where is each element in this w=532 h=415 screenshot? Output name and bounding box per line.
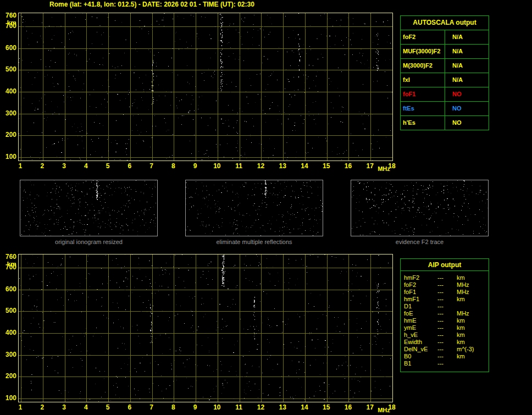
aip-param-label: h_vE xyxy=(404,331,437,339)
x-axis-label: 6 xyxy=(121,162,138,170)
autoscala-param-value: N/A xyxy=(445,30,489,44)
aip-param-label: foF1 xyxy=(404,289,437,296)
x-axis-unit-label: MHz xyxy=(378,407,390,413)
aip-param-unit: km xyxy=(457,296,489,303)
aip-param-unit: MHz xyxy=(457,310,489,317)
x-axis-label: 10 xyxy=(209,162,225,170)
y-axis-label: 200 xyxy=(1,373,16,379)
x-axis-label: 2 xyxy=(34,403,51,411)
aip-row: B0---km xyxy=(404,353,489,360)
y-axis-label: 760 xyxy=(1,12,16,19)
autoscala-row: foF2N/A xyxy=(401,30,489,44)
thumbnail-evidence-canvas xyxy=(351,180,489,236)
x-axis-label: 15 xyxy=(318,403,335,411)
aip-param-label: ymE xyxy=(404,324,437,331)
x-axis-label: 5 xyxy=(99,162,116,170)
ionogram-bottom-canvas xyxy=(18,254,393,402)
aip-param-value: --- xyxy=(437,281,457,289)
autoscala-param-value: NO xyxy=(445,116,489,130)
aip-param-label: foE xyxy=(404,310,437,317)
x-axis-unit-label: MHz xyxy=(378,165,390,172)
y-axis-label: 400 xyxy=(1,88,16,95)
x-axis-label: 16 xyxy=(340,162,356,170)
aip-param-value: --- xyxy=(437,296,457,303)
aip-param-label: D1 xyxy=(404,303,437,310)
y-axis-label: 600 xyxy=(1,45,16,51)
aip-table-rows: hmF2---kmfoF2---MHzfoF1---MHzhmF1---kmD1… xyxy=(401,271,489,372)
x-axis-label: 1 xyxy=(12,403,29,411)
autoscala-row: h'EsNO xyxy=(401,115,489,130)
aip-param-value: --- xyxy=(437,303,457,310)
autoscala-row: foF1NO xyxy=(401,87,489,101)
aip-param-value: --- xyxy=(437,289,457,296)
aip-param-label: hmF2 xyxy=(404,274,437,281)
y-axis-label: 300 xyxy=(1,351,16,358)
autoscala-row: M(3000)F2N/A xyxy=(401,58,489,73)
aip-output-table: AIP output hmF2---kmfoF2---MHzfoF1---MHz… xyxy=(400,258,489,372)
autoscala-row: fxIN/A xyxy=(401,73,489,87)
aip-param-label: B1 xyxy=(404,360,437,367)
x-axis-label: 14 xyxy=(296,162,313,170)
y-axis-label: 100 xyxy=(1,153,16,160)
x-axis-label: 17 xyxy=(362,403,378,411)
aip-row: D1--- xyxy=(404,303,489,310)
x-axis-label: 15 xyxy=(318,162,335,170)
x-axis-label: 12 xyxy=(252,162,269,170)
autoscala-screen: Rome (lat: +41.8, lon: 012.5) - DATE: 20… xyxy=(0,0,532,415)
x-axis-label: 3 xyxy=(56,162,73,170)
aip-param-unit: km xyxy=(457,353,489,360)
x-axis-label: 14 xyxy=(296,403,313,411)
aip-param-unit: km xyxy=(457,331,489,339)
aip-param-label: Ewidth xyxy=(404,339,437,346)
aip-row: hmF2---km xyxy=(404,274,489,281)
page-title: Rome (lat: +41.8, lon: 012.5) - DATE: 20… xyxy=(49,1,254,8)
aip-param-label: hmE xyxy=(404,317,437,324)
aip-param-unit: MHz xyxy=(457,289,489,296)
aip-param-unit: km xyxy=(457,324,489,331)
ionogram-plot-top: 760700600500400300200100km12345678910111… xyxy=(18,13,393,161)
thumbnail-eliminate-canvas xyxy=(185,180,323,236)
y-axis-label: 400 xyxy=(1,329,16,336)
aip-row: foF2---MHz xyxy=(404,281,489,289)
x-axis-label: 17 xyxy=(362,162,378,170)
aip-param-value: --- xyxy=(437,353,457,360)
x-axis-label: 4 xyxy=(77,162,94,170)
thumbnail-caption-evidence: evidence F2 trace xyxy=(351,239,489,245)
aip-param-value: --- xyxy=(437,310,457,317)
aip-param-value: --- xyxy=(437,346,457,353)
x-axis-label: 8 xyxy=(165,403,181,411)
aip-param-unit: km xyxy=(457,339,489,346)
ionogram-plot-bottom: 760700600500400300200100km12345678910111… xyxy=(18,254,393,402)
aip-table-title: AIP output xyxy=(401,259,489,271)
x-axis-label: 4 xyxy=(77,403,94,411)
aip-param-unit xyxy=(457,360,489,367)
y-axis-unit-label: km xyxy=(1,261,16,268)
aip-param-value: --- xyxy=(437,331,457,339)
aip-row: Ewidth---km xyxy=(404,339,489,346)
aip-row: DelN_vE---m^(-3) xyxy=(404,346,489,353)
x-axis-label: 2 xyxy=(34,162,51,170)
aip-row: h_vE---km xyxy=(404,331,489,339)
aip-param-unit: km xyxy=(457,317,489,324)
autoscala-row: MUF(3000)F2N/A xyxy=(401,44,489,58)
x-axis-label: 10 xyxy=(209,403,225,411)
aip-param-unit: MHz xyxy=(457,281,489,289)
x-axis-label: 5 xyxy=(99,403,116,411)
autoscala-param-value: N/A xyxy=(445,59,489,73)
x-axis-label: 7 xyxy=(143,162,160,170)
aip-row: foE---MHz xyxy=(404,310,489,317)
thumbnail-original-ionogram xyxy=(20,180,158,236)
aip-row: foF1---MHz xyxy=(404,289,489,296)
aip-param-unit xyxy=(457,303,489,310)
thumbnail-original-canvas xyxy=(20,180,158,236)
aip-param-value: --- xyxy=(437,324,457,331)
x-axis-label: 9 xyxy=(187,403,203,411)
aip-row: hmF1---km xyxy=(404,296,489,303)
y-axis-label: 500 xyxy=(1,307,16,314)
x-axis-label: 12 xyxy=(252,403,269,411)
y-axis-label: 100 xyxy=(1,395,16,401)
thumbnail-caption-original: original ionogram resized xyxy=(20,239,158,245)
aip-param-value: --- xyxy=(437,317,457,324)
autoscala-param-value: N/A xyxy=(445,73,489,87)
thumbnail-eliminate-reflections xyxy=(185,180,323,236)
